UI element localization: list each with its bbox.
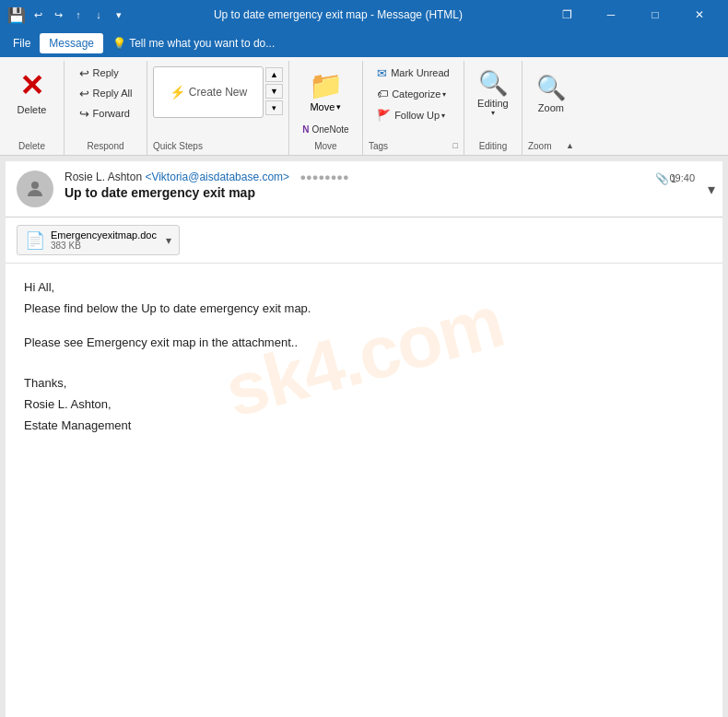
ribbon-group-quicksteps: ⚡ Create New ▲ ▼ ▾ Quick Steps	[147, 61, 289, 155]
body-line1: Please find below the Up to date emergen…	[24, 300, 704, 319]
restore-button[interactable]: ❐	[546, 0, 588, 29]
zoom-icon: 🔍	[536, 74, 566, 102]
menu-tell[interactable]: 💡 Tell me what you want to do...	[103, 33, 284, 53]
paperclip-icon: 📎	[655, 172, 669, 185]
body-sign1: Thanks,	[24, 374, 704, 394]
categorize-arrow: ▾	[442, 90, 446, 99]
ribbon-group-editing: 🔍 Editing ▾ Editing	[464, 61, 523, 155]
close-button[interactable]: ✕	[678, 0, 721, 29]
follow-up-label: Follow Up	[394, 110, 440, 121]
zoom-group-label: Zoom ▲	[528, 139, 574, 155]
respond-group-content: ↩ Reply ↩ Reply All ↪ Forward	[73, 63, 139, 139]
move-button[interactable]: 📁 Move ▾	[304, 65, 347, 117]
forward-label: Forward	[93, 108, 130, 119]
delete-label: Delete	[18, 104, 47, 115]
upload-button[interactable]: ↑	[70, 6, 87, 23]
editing-group-label: Editing	[470, 139, 516, 155]
quicksteps-group-label: Quick Steps	[153, 139, 283, 155]
quicksteps-up[interactable]: ▲	[265, 67, 283, 82]
forward-icon: ↪	[79, 107, 89, 121]
reply-all-icon: ↩	[79, 87, 89, 100]
move-folder-icon: 📁	[309, 69, 343, 101]
app-icon: 💾	[7, 6, 26, 24]
ribbon-group-delete: ✕ Delete Delete	[0, 61, 65, 155]
email-body-wrap: 📄 Emergencyexitmap.doc 383 KB ▾ sk4.com …	[6, 217, 722, 717]
title-bar-quick-access: 💾 ↩ ↪ ↑ ↓ ▾	[7, 6, 127, 24]
categorize-label: Categorize	[392, 88, 440, 100]
title-bar: 💾 ↩ ↪ ↑ ↓ ▾ Up to date emergency exit ma…	[0, 0, 728, 29]
attachment-doc-icon: 📄	[25, 230, 45, 251]
move-arrow: ▾	[336, 102, 341, 112]
onenote-button[interactable]: N OneNote	[296, 119, 355, 139]
maximize-button[interactable]: □	[634, 0, 676, 29]
reply-label: Reply	[93, 67, 119, 78]
categorize-button[interactable]: 🏷 Categorize ▾	[370, 84, 456, 104]
mark-unread-label: Mark Unread	[391, 67, 450, 78]
reply-button[interactable]: ↩ Reply	[73, 63, 139, 83]
menu-message[interactable]: Message	[40, 33, 103, 53]
body-line3: Please see Emergency exit map in the att…	[24, 334, 704, 353]
window-title: Up to date emergency exit map - Message …	[131, 8, 546, 21]
body-sign2: Rosie L. Ashton,	[24, 395, 704, 415]
follow-up-button[interactable]: 🚩 Follow Up ▾	[370, 105, 456, 125]
attachment-name: Emergencyexitmap.doc	[51, 229, 157, 241]
follow-up-arrow: ▾	[441, 112, 445, 120]
editing-label: Editing	[477, 98, 509, 109]
quicksteps-down[interactable]: ▼	[265, 84, 283, 99]
reply-all-label: Reply All	[93, 88, 133, 99]
attachment-info: Emergencyexitmap.doc 383 KB	[51, 229, 157, 251]
zoom-label: Zoom	[538, 102, 564, 113]
tags-group-label: Tags □	[369, 139, 458, 155]
mark-unread-icon: ✉	[377, 66, 387, 80]
main-content: Rosie L. Ashton <Viktoria@aisdatabase.co…	[0, 156, 728, 717]
expand-button[interactable]: ▾	[708, 181, 715, 198]
respond-group-label: Respond	[70, 139, 141, 155]
sender-name: Rosie L. Ashton	[65, 170, 142, 183]
ribbon-group-respond: ↩ Reply ↩ Reply All ↪ Forward Respond	[65, 61, 147, 155]
quicksteps-arrows: ▲ ▼ ▾	[265, 67, 283, 115]
body-greeting: Hi All,	[24, 278, 704, 298]
move-small-buttons: N OneNote	[296, 119, 355, 139]
email-body-text: Hi All, Please find below the Up to date…	[24, 278, 704, 436]
sender-redacted: ●●●●●●●●	[299, 171, 348, 182]
editing-button[interactable]: 🔍 Editing ▾	[470, 63, 516, 123]
undo-button[interactable]: ↩	[29, 6, 46, 23]
move-group-label: Move	[295, 139, 357, 155]
ribbon-group-zoom: 🔍 Zoom Zoom ▲	[523, 61, 580, 155]
tags-buttons: ✉ Mark Unread 🏷 Categorize ▾ 🚩 Follow Up…	[370, 63, 456, 125]
delete-button[interactable]: ✕ Delete	[9, 63, 55, 123]
create-new-button[interactable]: ⚡ Create New	[153, 66, 264, 118]
reply-all-button[interactable]: ↩ Reply All	[73, 83, 139, 103]
onenote-icon: N	[302, 124, 309, 135]
ribbon: ✕ Delete Delete ↩ Reply ↩ Reply All ↪ Fo…	[0, 57, 728, 156]
quicksteps-content: ⚡ Create New ▲ ▼ ▾	[153, 63, 283, 139]
email-subject: Up to date emergency exit map	[65, 185, 711, 200]
more-button[interactable]: ▾	[111, 6, 127, 23]
categorize-icon: 🏷	[377, 88, 388, 100]
redo-button[interactable]: ↪	[50, 6, 66, 23]
email-from: Rosie L. Ashton <Viktoria@aisdatabase.co…	[65, 170, 711, 183]
move-group-content: 📁 Move ▾ N OneNote	[296, 63, 355, 139]
download-button[interactable]: ↓	[90, 6, 107, 23]
editing-arrow: ▾	[491, 109, 495, 117]
quicksteps-more[interactable]: ▾	[265, 100, 283, 115]
attachment-item[interactable]: 📄 Emergencyexitmap.doc 383 KB ▾	[17, 225, 180, 255]
attachment-dropdown-arrow[interactable]: ▾	[166, 234, 171, 247]
editing-group-content: 🔍 Editing ▾	[470, 63, 516, 139]
ribbon-collapse-icon[interactable]: ▲	[566, 141, 574, 151]
minimize-button[interactable]: ─	[590, 0, 632, 29]
svg-point-0	[31, 182, 39, 189]
tags-group-content: ✉ Mark Unread 🏷 Categorize ▾ 🚩 Follow Up…	[370, 63, 456, 139]
menu-file[interactable]: File	[4, 33, 40, 53]
reply-icon: ↩	[79, 66, 89, 80]
move-label: Move ▾	[310, 101, 341, 112]
email-header: Rosie L. Ashton <Viktoria@aisdatabase.co…	[6, 161, 722, 217]
mark-unread-button[interactable]: ✉ Mark Unread	[370, 63, 456, 83]
body-sign3: Estate Management	[24, 417, 704, 436]
attachment-section: 📄 Emergencyexitmap.doc 383 KB ▾	[6, 217, 722, 264]
respond-buttons: ↩ Reply ↩ Reply All ↪ Forward	[73, 63, 139, 123]
editing-icon: 🔍	[478, 69, 508, 98]
forward-button[interactable]: ↪ Forward	[73, 103, 139, 123]
tags-expand-icon[interactable]: □	[452, 141, 457, 151]
zoom-button[interactable]: 🔍 Zoom	[528, 63, 574, 123]
